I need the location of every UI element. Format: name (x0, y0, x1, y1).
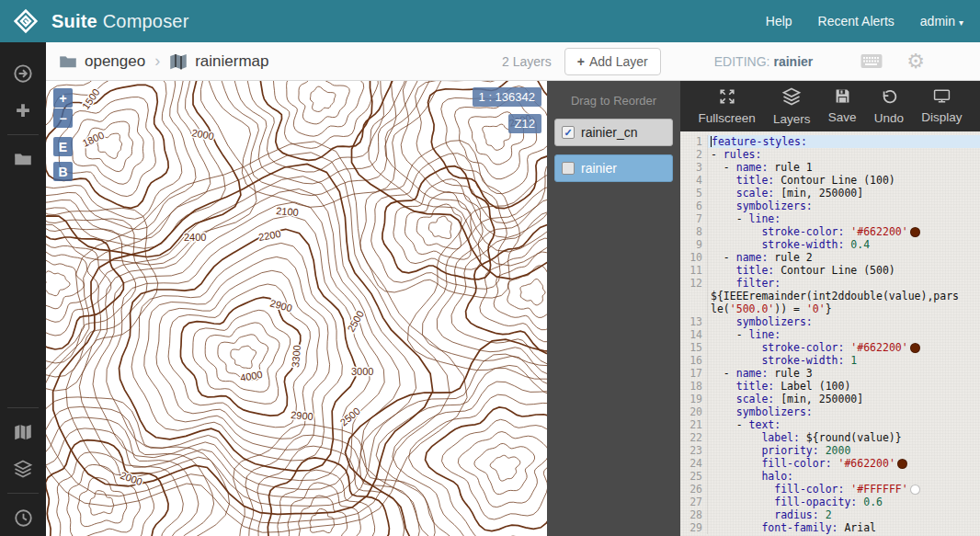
layer-item-rainier[interactable]: rainier (554, 154, 673, 182)
fullscreen-button[interactable]: Fullscreen (699, 88, 756, 125)
map-zoom-in-button[interactable]: + (53, 88, 73, 108)
color-swatch-icon (897, 459, 907, 469)
save-button[interactable]: Save (828, 88, 857, 124)
sidebar-layers-icon[interactable] (0, 452, 46, 485)
editor-line: 20 symbolizers: (680, 405, 980, 418)
breadcrumb-folder-icon (59, 52, 77, 71)
line-number: 16 (680, 354, 708, 367)
map-zoom-level-badge: Z12 (508, 114, 541, 133)
line-code: priority: 2000 (708, 444, 980, 457)
line-number: 18 (680, 380, 708, 393)
undo-button[interactable]: Undo (874, 88, 904, 125)
editor-line: 27 fill-opacity: 0.6 (680, 496, 980, 508)
line-number (680, 290, 708, 302)
nav-admin[interactable]: admin▾ (920, 14, 963, 29)
editor-line: 29 font-family: Arial (680, 521, 980, 534)
map-canvas[interactable]: 1500180020002000210022002400290025003300… (46, 81, 547, 536)
sidebar-plus-icon[interactable] (0, 94, 46, 127)
editor-line: 16 stroke-width: 1 (680, 354, 980, 367)
line-code: title: Contour Line (100) (708, 174, 980, 187)
contour-elevation-label: 2500 (338, 405, 362, 428)
settings-gear-icon[interactable]: ⚙ (906, 51, 925, 72)
breadcrumb-item[interactable]: opengeo (85, 52, 145, 71)
plus-icon: + (577, 54, 585, 69)
map-edit-mode-button[interactable]: E (53, 137, 73, 156)
line-number: 13 (680, 315, 708, 328)
editor-line: 4 title: Contour Line (100) (680, 174, 980, 187)
map-mode-controls: EB (53, 137, 73, 181)
line-code: fill-opacity: 0.6 (708, 496, 980, 508)
editor-line: 17 - name: rule 3 (680, 367, 980, 380)
line-number: 10 (680, 251, 708, 264)
editor-line: 25 halo: (680, 470, 980, 483)
editor-line: 21 - text: (680, 418, 980, 431)
layers-icon (781, 87, 802, 109)
sidebar-divider (7, 493, 39, 494)
checkbox-unchecked[interactable] (562, 162, 575, 175)
line-code: fill-color: '#FFFFFF' (708, 483, 980, 496)
editor-line: le('500.0')) = '0'} (680, 302, 980, 315)
sidebar-open-circle-arrow-icon[interactable] (0, 57, 46, 90)
line-code: label: ${round(value)} (708, 431, 980, 444)
chevron-down-icon: ▾ (959, 17, 963, 28)
add-layer-label: Add Layer (589, 54, 648, 69)
line-number: 25 (680, 470, 708, 483)
display-button[interactable]: Display (921, 88, 962, 124)
line-number: 19 (680, 393, 708, 405)
map-zoom-out-button[interactable]: − (53, 108, 73, 128)
checkbox-checked[interactable]: ✓ (562, 126, 575, 139)
sidebar-map-icon[interactable] (0, 416, 46, 449)
line-number (680, 302, 708, 315)
line-code: stroke-width: 1 (708, 354, 980, 367)
layer-item-rainier_cn[interactable]: ✓rainier_cn (554, 119, 673, 146)
line-code: stroke-width: 0.4 (708, 238, 980, 251)
app-header: Suite Composer HelpRecent Alertsadmin▾ (0, 0, 980, 42)
line-code: - line: (708, 212, 980, 225)
editor-line: ${IEEEremainder(int2ddouble(value),pars (680, 290, 980, 302)
save-icon (835, 88, 850, 108)
suite-logo-icon (11, 6, 40, 36)
editor-line: 8 stroke-color: '#662200' (680, 225, 980, 238)
contour-elevation-label: 1800 (81, 130, 106, 149)
layers-button[interactable]: Layers (773, 87, 811, 126)
add-layer-button[interactable]: + Add Layer (564, 48, 661, 75)
editor-line: 14 - line: (680, 328, 980, 341)
line-code: scale: [min, 250000] (708, 187, 980, 200)
sidebar-clock-icon[interactable] (0, 501, 46, 534)
nav-recent-alerts[interactable]: Recent Alerts (818, 14, 895, 29)
editor-button-label: Save (828, 110, 857, 124)
editor-line: 1feature-styles: (680, 135, 980, 148)
line-number: 5 (680, 187, 708, 200)
breadcrumb-item[interactable]: rainiermap (195, 52, 268, 71)
line-code: - name: rule 2 (708, 251, 980, 264)
app-title-bold: Suite (51, 11, 97, 31)
editor-toolbar: FullscreenLayersSaveUndoDisplay (680, 81, 980, 131)
line-code: feature-styles: (708, 135, 980, 148)
editor-button-label: Fullscreen (699, 111, 756, 125)
nav-help[interactable]: Help (766, 14, 792, 29)
line-number: 29 (680, 521, 708, 534)
line-code: font-family: Arial (708, 521, 980, 534)
editor-line: 12 filter: (680, 277, 980, 290)
map-basemap-button[interactable]: B (53, 162, 73, 181)
line-code: stroke-color: '#662200' (708, 341, 980, 354)
editor-line: 26 fill-color: '#FFFFFF' (680, 483, 980, 496)
line-code: fill-color: '#662200' (708, 457, 980, 470)
editor-line: 7 - line: (680, 212, 980, 225)
drag-to-reorder-label: Drag to Reorder (554, 88, 673, 119)
yaml-style-editor[interactable]: 1feature-styles:2- rules:3 - name: rule … (680, 131, 980, 536)
breadcrumb-separator: › (153, 51, 162, 71)
keyboard-shortcuts-icon[interactable] (860, 53, 883, 69)
header-nav: HelpRecent Alertsadmin▾ (766, 14, 963, 29)
editor-line: 18 title: Label (100) (680, 380, 980, 393)
line-code: scale: [min, 250000] (708, 393, 980, 405)
editor-line: 3 - name: rule 1 (680, 161, 980, 174)
line-number: 20 (680, 405, 708, 418)
editor-line: 23 priority: 2000 (680, 444, 980, 457)
line-number: 28 (680, 508, 708, 521)
line-number: 11 (680, 264, 708, 277)
line-number: 26 (680, 483, 708, 496)
sidebar-folder-icon[interactable] (0, 143, 46, 176)
contour-elevation-label: 2000 (191, 127, 215, 142)
line-code: - text: (708, 418, 980, 431)
